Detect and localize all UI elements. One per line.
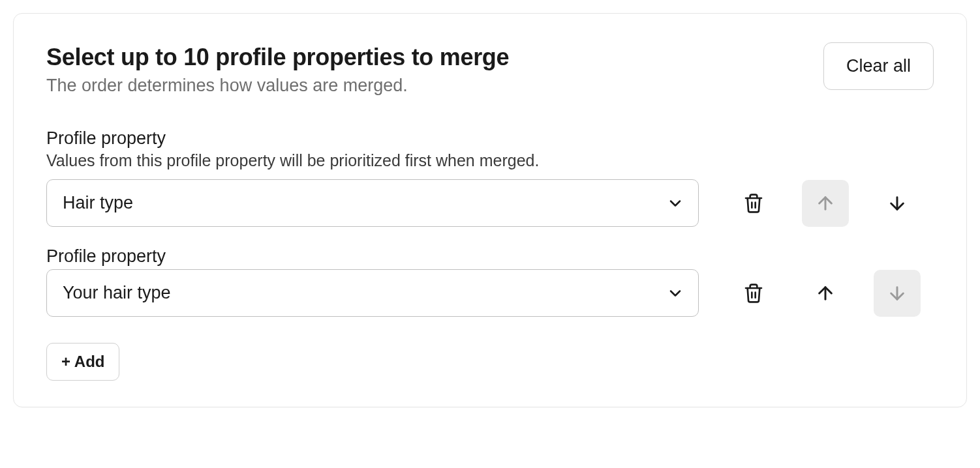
row-actions [730, 270, 921, 317]
property-hint: Values from this profile property will b… [46, 151, 934, 170]
row-actions [730, 180, 921, 227]
arrow-up-icon [815, 283, 836, 304]
move-down-button[interactable] [874, 180, 921, 227]
trash-icon [743, 193, 764, 214]
property-select[interactable]: Hair type [46, 179, 699, 227]
delete-button[interactable] [730, 270, 777, 317]
property-select[interactable]: Your hair type [46, 269, 699, 317]
merge-properties-card: Select up to 10 profile properties to me… [13, 13, 967, 407]
property-block: Profile property Values from this profil… [46, 128, 934, 227]
property-block: Profile property Your hair type [46, 246, 934, 317]
delete-button[interactable] [730, 180, 777, 227]
property-row: Hair type [46, 179, 934, 227]
move-up-button[interactable] [802, 270, 849, 317]
property-label: Profile property [46, 128, 934, 149]
property-row: Your hair type [46, 269, 934, 317]
header-text-group: Select up to 10 profile properties to me… [46, 42, 509, 96]
card-title: Select up to 10 profile properties to me… [46, 42, 509, 72]
clear-all-button[interactable]: Clear all [823, 42, 934, 90]
property-select-wrap: Hair type [46, 179, 699, 227]
arrow-down-icon [887, 193, 908, 214]
arrow-up-icon [815, 193, 836, 214]
card-header: Select up to 10 profile properties to me… [46, 42, 934, 96]
card-subtitle: The order determines how values are merg… [46, 76, 509, 96]
arrow-down-icon [887, 283, 908, 304]
trash-icon [743, 283, 764, 304]
move-up-button [802, 180, 849, 227]
property-select-wrap: Your hair type [46, 269, 699, 317]
property-label: Profile property [46, 246, 934, 267]
move-down-button [874, 270, 921, 317]
add-button[interactable]: + Add [46, 343, 119, 381]
